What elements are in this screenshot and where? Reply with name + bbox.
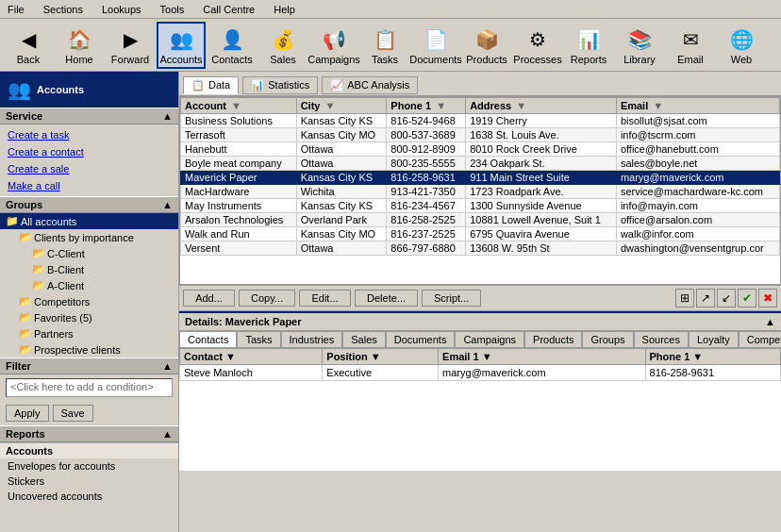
details-tab[interactable]: Documents [386, 331, 456, 348]
details-tab[interactable]: Sources [634, 331, 689, 348]
toolbar-btn-home[interactable]: 🏠Home [55, 22, 104, 69]
toolbar-btn-email[interactable]: ✉Email [666, 22, 715, 69]
toolbar: ◀Back🏠Home▶Forward👥Accounts👤Contacts💰Sal… [0, 19, 781, 72]
toolbar-icon-sales: 💰 [269, 25, 297, 54]
import-icon-btn[interactable]: ↙ [717, 289, 736, 308]
tree-item[interactable]: 📂 C-Client [0, 245, 178, 261]
details-tab[interactable]: Groups [582, 331, 633, 348]
toolbar-btn-tasks[interactable]: 📋Tasks [360, 22, 409, 69]
menu-help[interactable]: Help [270, 2, 299, 17]
tree-item[interactable]: 📂 Favorites (5) [0, 309, 178, 325]
details-col-header[interactable]: Email 1 ▼ [439, 349, 645, 365]
toolbar-btn-forward[interactable]: ▶Forward [106, 22, 155, 69]
menu-callcentre[interactable]: Call Centre [199, 2, 258, 17]
table-row[interactable]: VersentOttawa866-797-688013608 W. 95th S… [181, 241, 780, 256]
table-row[interactable]: MacHardwareWichita913-421-73501723 Roadp… [181, 185, 780, 199]
tree-item[interactable]: 📂 Competitors [0, 293, 178, 309]
folder-icon: 📂 [32, 263, 45, 275]
details-cell-position: Executive [323, 365, 439, 381]
details-col-header[interactable]: Contact ▼ [180, 349, 323, 365]
details-tab[interactable]: Products [524, 331, 582, 348]
menu-tools[interactable]: Tools [157, 2, 189, 17]
table-row[interactable]: HanebuttOttawa800-912-89098010 Rock Cree… [181, 142, 780, 157]
toolbar-btn-sales[interactable]: 💰Sales [258, 22, 307, 69]
details-row[interactable]: Steve ManlochExecutivemaryg@maverick.com… [180, 365, 781, 381]
service-item[interactable]: Create a task [0, 126, 178, 143]
reports-item[interactable]: Stickers [0, 474, 178, 489]
tree-item[interactable]: 📂 Clients by importance [0, 229, 178, 245]
service-item[interactable]: Create a contact [0, 143, 178, 160]
table-row[interactable]: Business SolutionsKansas City KS816-524-… [181, 114, 780, 128]
toolbar-btn-back[interactable]: ◀Back [4, 22, 53, 69]
export-icon-btn[interactable]: ↗ [696, 289, 715, 308]
column-header[interactable]: Email ▼ [616, 98, 779, 114]
script-button[interactable]: Script... [422, 290, 481, 307]
tree-item[interactable]: 📂 A-Client [0, 277, 178, 293]
details-tab[interactable]: Contacts [179, 331, 237, 348]
toolbar-btn-documents[interactable]: 📄Documents [411, 22, 460, 69]
table-row[interactable]: Boyle meat companyOttawa800-235-5555234 … [181, 157, 780, 171]
cancel-icon-btn[interactable]: ✖ [758, 289, 777, 308]
toolbar-btn-web[interactable]: 🌐Web [717, 22, 766, 69]
table-row[interactable]: TerrasoftKansas City MO800-537-36891638 … [181, 128, 780, 142]
cell-phone: 816-234-4567 [387, 199, 466, 213]
details-tab[interactable]: Campaigns [455, 331, 524, 348]
reports-item[interactable]: Uncovered accounts [0, 489, 178, 504]
add-button[interactable]: Add... [183, 290, 235, 307]
table-row[interactable]: May InstrumentsKansas City KS816-234-456… [181, 199, 780, 213]
table-row[interactable]: Maverick PaperKansas City KS816-258-9631… [181, 171, 780, 185]
column-header[interactable]: Phone 1 ▼ [387, 98, 466, 114]
table-row[interactable]: Arsalon TechnologiesOverland Park816-258… [181, 213, 780, 227]
reports-items: Envelopes for accountsStickersUncovered … [0, 458, 178, 504]
details-col-header[interactable]: Position ▼ [323, 349, 439, 365]
view-tab-statistics[interactable]: 📊 Statistics [242, 76, 318, 94]
check-icon-btn[interactable]: ✔ [738, 289, 756, 308]
cell-account: Maverick Paper [181, 171, 297, 185]
delete-button[interactable]: Delete... [355, 290, 418, 307]
data-table-container[interactable]: Account ▼City ▼Phone 1 ▼Address ▼Email ▼… [179, 96, 781, 285]
details-tab[interactable]: Industries [281, 331, 343, 348]
column-header[interactable]: Account ▼ [181, 98, 297, 114]
reports-section-header[interactable]: Reports ▲ [0, 425, 178, 442]
column-header[interactable]: Address ▼ [466, 98, 617, 114]
toolbar-btn-accounts[interactable]: 👥Accounts [157, 22, 206, 69]
apply-button[interactable]: Apply [6, 405, 49, 422]
details-tab[interactable]: Sales [342, 331, 386, 348]
menu-lookups[interactable]: Lookups [98, 2, 145, 17]
tree-item[interactable]: 📂 Partners [0, 325, 178, 341]
service-item[interactable]: Create a sale [0, 160, 178, 177]
view-tab-abc analysis[interactable]: 📈 ABC Analysis [322, 76, 418, 94]
details-tab[interactable]: Tasks [237, 331, 280, 348]
toolbar-btn-reports[interactable]: 📊Reports [564, 22, 613, 69]
toolbar-btn-processes[interactable]: ⚙Processes [513, 22, 562, 69]
toolbar-icon-web: 🌐 [727, 25, 756, 54]
tree-item[interactable]: 📁 All accounts [0, 213, 178, 229]
copy-button[interactable]: Copy... [239, 290, 295, 307]
details-tab[interactable]: Loyalty [689, 331, 739, 348]
menu-sections[interactable]: Sections [40, 2, 87, 17]
toolbar-btn-library[interactable]: 📚Library [615, 22, 664, 69]
toolbar-btn-campaigns[interactable]: 📢Campaigns [309, 22, 358, 69]
reports-item[interactable]: Envelopes for accounts [0, 458, 178, 474]
grid-icon-btn[interactable]: ⊞ [675, 289, 694, 308]
details-col-header[interactable]: Phone 1 ▼ [645, 349, 780, 365]
menu-file[interactable]: File [4, 2, 28, 17]
edit-button[interactable]: Edit... [299, 290, 351, 307]
toolbar-btn-products[interactable]: 📦Products [462, 22, 511, 69]
groups-section-header[interactable]: Groups ▲ [0, 196, 178, 213]
column-header[interactable]: City ▼ [296, 98, 387, 114]
details-tab[interactable]: Competitors activit [739, 331, 781, 348]
filter-section-header[interactable]: Filter ▲ [0, 357, 178, 374]
view-tab-data[interactable]: 📋 Data [183, 76, 239, 94]
service-section-header[interactable]: Service ▲ [0, 108, 178, 125]
service-collapse-icon: ▲ [162, 110, 173, 122]
details-collapse-icon[interactable]: ▲ [765, 316, 775, 327]
tree-item[interactable]: 📂 B-Client [0, 261, 178, 277]
table-row[interactable]: Walk and RunKansas City MO816-237-252567… [181, 227, 780, 241]
tree-item[interactable]: 📂 Prospective clients [0, 341, 178, 357]
sort-icon: ▼ [653, 100, 663, 111]
save-button[interactable]: Save [53, 405, 93, 422]
filter-condition-input[interactable]: <Click here to add a condition> [6, 378, 173, 397]
toolbar-btn-contacts[interactable]: 👤Contacts [208, 22, 257, 69]
service-item[interactable]: Make a call [0, 177, 178, 194]
